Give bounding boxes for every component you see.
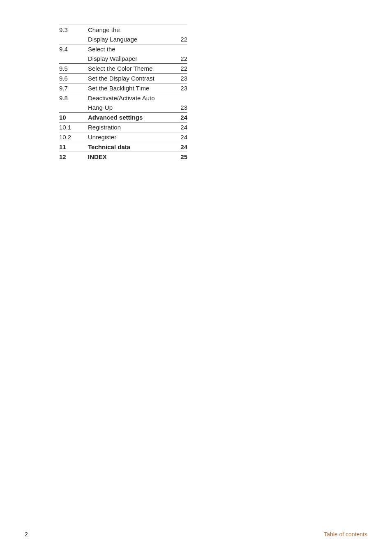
toc-page: 24 xyxy=(171,142,187,152)
page-label: Table of contents xyxy=(324,531,367,538)
toc-number: 10 xyxy=(59,113,88,122)
toc-page: 22 xyxy=(171,64,187,74)
toc-page: 25 xyxy=(171,152,187,162)
toc-title-line1: Select the xyxy=(88,44,171,54)
toc-title-line1: Change the xyxy=(88,25,171,35)
toc-row-entry-10-2: 10.2Unregister24 xyxy=(59,132,187,142)
toc-row-entry-9-3-line1: 9.3Change the xyxy=(59,25,187,35)
toc-title-line2: Hang-Up xyxy=(88,103,171,113)
toc-title-line1: Deactivate/Activate Auto xyxy=(88,93,171,103)
toc-title: INDEX xyxy=(88,152,171,162)
toc-page-empty xyxy=(171,44,187,54)
page-content: 9.3Change theDisplay Language229.4Select… xyxy=(0,0,247,186)
toc-page: 23 xyxy=(171,74,187,83)
toc-number-empty xyxy=(59,54,88,64)
toc-number: 12 xyxy=(59,152,88,162)
toc-page: 24 xyxy=(171,132,187,142)
toc-table: 9.3Change theDisplay Language229.4Select… xyxy=(59,25,187,162)
page-number: 2 xyxy=(25,531,28,538)
toc-page: 23 xyxy=(171,83,187,93)
toc-row-entry-9-4-line2: Display Wallpaper22 xyxy=(59,54,187,64)
toc-row-entry-9-3-line2: Display Language22 xyxy=(59,35,187,44)
toc-title: Set the Display Contrast xyxy=(88,74,171,83)
toc-row-entry-12: 12INDEX25 xyxy=(59,152,187,162)
toc-page: 22 xyxy=(171,35,187,44)
toc-number: 9.5 xyxy=(59,64,88,74)
toc-page: 24 xyxy=(171,122,187,132)
toc-row-entry-9-6: 9.6Set the Display Contrast23 xyxy=(59,74,187,83)
toc-number-empty xyxy=(59,103,88,113)
toc-row-entry-9-4-line1: 9.4Select the xyxy=(59,44,187,54)
toc-number: 9.7 xyxy=(59,83,88,93)
toc-page-empty xyxy=(171,25,187,35)
toc-title-line2: Display Language xyxy=(88,35,171,44)
toc-row-entry-10: 10Advanced settings24 xyxy=(59,113,187,122)
toc-title: Technical data xyxy=(88,142,171,152)
toc-title-line2: Display Wallpaper xyxy=(88,54,171,64)
toc-row-entry-10-1: 10.1Registration24 xyxy=(59,122,187,132)
toc-number: 11 xyxy=(59,142,88,152)
toc-row-entry-9-7: 9.7Set the Backlight Time23 xyxy=(59,83,187,93)
toc-number: 9.6 xyxy=(59,74,88,83)
toc-number: 10.2 xyxy=(59,132,88,142)
toc-title: Unregister xyxy=(88,132,171,142)
toc-page: 23 xyxy=(171,103,187,113)
toc-number: 10.1 xyxy=(59,122,88,132)
toc-title: Registration xyxy=(88,122,171,132)
toc-page: 22 xyxy=(171,54,187,64)
toc-number: 9.4 xyxy=(59,44,88,54)
toc-page-empty xyxy=(171,93,187,103)
toc-row-entry-11: 11Technical data24 xyxy=(59,142,187,152)
toc-number: 9.8 xyxy=(59,93,88,103)
toc-title: Set the Backlight Time xyxy=(88,83,171,93)
toc-number-empty xyxy=(59,35,88,44)
toc-row-entry-9-5: 9.5Select the Color Theme22 xyxy=(59,64,187,74)
toc-row-entry-9-8-line2: Hang-Up23 xyxy=(59,103,187,113)
toc-page: 24 xyxy=(171,113,187,122)
toc-row-entry-9-8-line1: 9.8Deactivate/Activate Auto xyxy=(59,93,187,103)
toc-number: 9.3 xyxy=(59,25,88,35)
toc-title: Advanced settings xyxy=(88,113,171,122)
toc-title: Select the Color Theme xyxy=(88,64,171,74)
